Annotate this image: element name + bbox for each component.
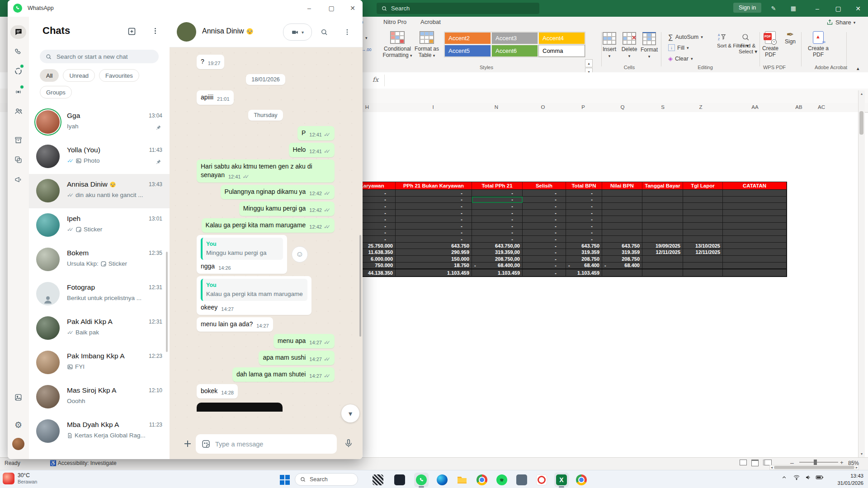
table-cell[interactable]: 19/09/2025 xyxy=(642,243,683,249)
filter-chip-unread[interactable]: Unread xyxy=(63,69,95,82)
wifi-tray-icon[interactable] xyxy=(793,474,800,483)
chat-list-scrollbar[interactable] xyxy=(166,252,168,352)
taskbar-app-zebra-app[interactable] xyxy=(371,473,385,487)
delete-cells-button[interactable]: ✕ Delete▾ xyxy=(619,32,639,59)
column-letter-H[interactable]: H xyxy=(365,104,369,110)
table-cell[interactable]: - xyxy=(566,236,602,243)
filter-chip-groups[interactable]: Groups xyxy=(40,86,72,99)
table-cell[interactable]: - xyxy=(523,236,566,243)
table-cell[interactable]: - xyxy=(523,203,566,210)
table-cell[interactable] xyxy=(642,256,683,263)
chat-list-item[interactable]: Annisa Diniw✓✓din aku nanti ke gancit ..… xyxy=(29,174,170,208)
table-cell[interactable] xyxy=(683,269,723,277)
table-cell[interactable] xyxy=(602,269,642,277)
table-cell[interactable]: - xyxy=(523,263,566,269)
message-bubble-out[interactable]: Hari sabtu aku ktmu temen gen z aku di s… xyxy=(197,160,335,183)
table-cell[interactable] xyxy=(642,236,683,243)
message-bubble-in[interactable]: YouMinggu kamu pergi gangga14:26 xyxy=(197,235,287,274)
table-cell[interactable]: -68.400,00 xyxy=(472,263,523,269)
table-cell[interactable]: 319.359 xyxy=(566,249,602,256)
page-layout-view-icon[interactable] xyxy=(751,460,759,466)
table-cell[interactable]: - xyxy=(523,210,566,216)
table-cell[interactable]: - xyxy=(472,203,523,210)
cell-style-accent6[interactable]: Accent6 xyxy=(491,45,538,57)
table-cell[interactable]: - xyxy=(396,230,472,236)
whatsapp-titlebar[interactable]: WhatsApp – ▢ ✕ xyxy=(8,0,363,17)
chat-list-item[interactable]: Pak Aldi Kkp A✓✓Baik pak12:31 xyxy=(29,311,170,346)
table-cell[interactable] xyxy=(683,190,723,197)
table-cell[interactable] xyxy=(723,203,787,210)
table-cell[interactable]: 13/10/2025 xyxy=(683,243,723,249)
table-cell[interactable]: 643.750 xyxy=(396,243,472,249)
voice-message-button[interactable] xyxy=(344,438,354,450)
taskbar-app-dark-app[interactable] xyxy=(392,473,407,487)
table-cell[interactable] xyxy=(642,216,683,223)
table-cell[interactable]: - xyxy=(566,223,602,230)
cell-style-comma[interactable]: Comma xyxy=(538,45,585,57)
share-button[interactable]: Share ▾ xyxy=(826,19,855,26)
table-cell[interactable]: 290.959 xyxy=(396,249,472,256)
conversation-header[interactable]: Annisa Diniw ▾ xyxy=(170,17,363,47)
sort-filter-button[interactable]: AZ xyxy=(718,33,726,41)
excel-search-input[interactable]: Search xyxy=(377,3,539,14)
chat-list-item[interactable]: Mas Siroj Kkp AOoohh12:10 xyxy=(29,380,170,414)
message-input[interactable]: Type a message xyxy=(196,434,337,454)
fill-button[interactable]: ↓ Fill ▾ xyxy=(668,44,689,51)
sidebar-item-broadcast[interactable] xyxy=(8,172,29,187)
vertical-scrollbar[interactable]: ▴ ▾ xyxy=(858,90,865,457)
table-cell[interactable] xyxy=(723,216,787,223)
message-bubble-out[interactable]: apa mam sushi14:27✓✓ xyxy=(259,351,335,365)
sidebar-item-status[interactable] xyxy=(8,64,29,78)
attach-button[interactable] xyxy=(182,438,193,451)
status-accessibility[interactable]: ♿ Accessibility: Investigate xyxy=(50,460,117,466)
table-cell[interactable] xyxy=(723,249,787,256)
table-cell[interactable]: - xyxy=(523,243,566,249)
taskbar-app-file-explorer[interactable] xyxy=(455,473,469,487)
table-cell[interactable] xyxy=(723,256,787,263)
cell-style-accent2[interactable]: Accent2 xyxy=(444,32,491,44)
quoted-message[interactable]: YouMinggu kamu pergi ga xyxy=(201,238,283,260)
table-cell[interactable]: - xyxy=(523,256,566,263)
table-cell[interactable] xyxy=(683,210,723,216)
table-cell[interactable]: - xyxy=(472,216,523,223)
message-bubble-in[interactable]: bokek14:28 xyxy=(197,384,238,399)
scroll-to-bottom-button[interactable]: ▾ xyxy=(341,404,359,422)
table-cell[interactable] xyxy=(602,203,642,210)
table-cell[interactable]: - xyxy=(472,223,523,230)
sidebar-item-media[interactable] xyxy=(8,390,29,404)
volume-tray-icon[interactable] xyxy=(805,474,812,483)
pen-icon[interactable]: ✎ xyxy=(768,4,779,13)
profile-avatar[interactable] xyxy=(8,436,29,451)
table-cell[interactable] xyxy=(683,216,723,223)
table-cell[interactable]: - xyxy=(472,236,523,243)
table-cell[interactable]: 1.103.459 xyxy=(396,269,472,277)
excel-restore-button[interactable]: ▢ xyxy=(828,0,848,17)
sidebar-item-calls[interactable] xyxy=(8,45,29,59)
table-cell[interactable] xyxy=(642,210,683,216)
table-cell[interactable]: - xyxy=(472,210,523,216)
find-select-button[interactable] xyxy=(741,33,750,41)
table-cell[interactable] xyxy=(723,269,787,277)
taskbar-app-gray-app[interactable] xyxy=(514,473,529,487)
sidebar-item-communities[interactable] xyxy=(8,104,29,118)
column-letter-AA[interactable]: AA xyxy=(751,104,758,110)
cell-style-accent3[interactable]: Accent3 xyxy=(491,32,538,44)
chat-list-item[interactable]: Mba Dyah Kkp AKertas Kerja Global Rag...… xyxy=(29,414,170,449)
video-call-button[interactable]: ▾ xyxy=(283,23,312,41)
zoom-slider-thumb[interactable] xyxy=(814,460,817,465)
message-bubble-in[interactable]: menu lain ga ada?14:27 xyxy=(197,317,273,332)
table-cell[interactable] xyxy=(723,190,787,197)
scroll-right-icon[interactable]: ▸ xyxy=(856,465,859,469)
message-bubble-out[interactable]: Minggu kamu pergi ga12:42✓✓ xyxy=(239,202,335,216)
taskbar-app-acrobat[interactable] xyxy=(534,473,549,487)
chat-list-item[interactable]: FotograpBerikut untuk pricelistnya ...12… xyxy=(29,277,170,311)
excel-minimize-button[interactable]: – xyxy=(807,0,827,17)
table-cell[interactable]: - xyxy=(566,197,602,203)
table-cell[interactable]: 643.750 xyxy=(566,243,602,249)
taskbar-app-chrome-2[interactable] xyxy=(574,473,589,487)
conditional-formatting-button[interactable]: Conditional Formatting ▾ xyxy=(380,31,415,59)
column-letter-AB[interactable]: AB xyxy=(795,104,802,110)
message-bubble-in[interactable]: ?19:27 xyxy=(197,55,224,69)
clear-button[interactable]: ◈ Clear ▾ xyxy=(668,55,693,62)
new-chat-button[interactable] xyxy=(127,27,137,38)
